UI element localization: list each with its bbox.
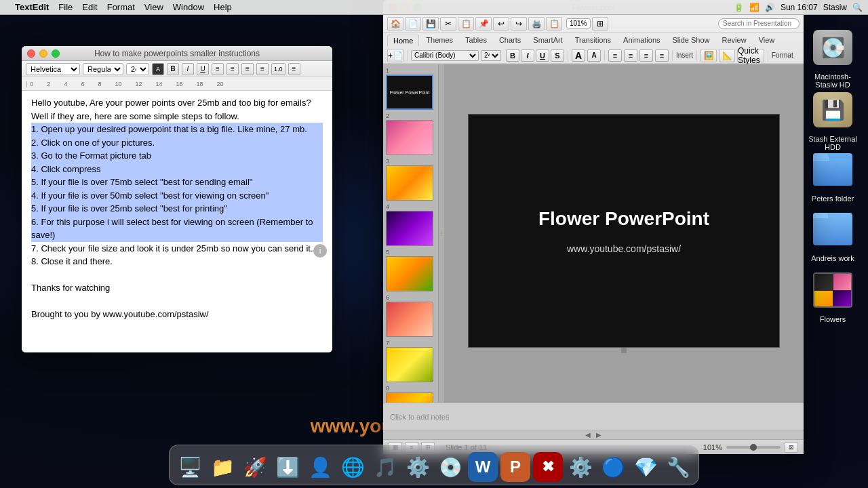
arrange-btn[interactable]: 📐 (719, 49, 735, 62)
slide-thumb-5[interactable]: 5 (386, 249, 433, 291)
menu-file[interactable]: File (58, 2, 73, 12)
desktop-icon-macintosh-hd[interactable]: 💽 Macintosh- Stasiw HD (806, 26, 860, 89)
dock-dvd[interactable]: 💿 (435, 452, 465, 482)
font-size-select[interactable]: 24 (126, 63, 149, 75)
font-family-select[interactable]: Helvetica (26, 63, 80, 75)
tab-slideshow[interactable]: Slide Show (667, 35, 715, 45)
slide-thumb-6[interactable]: 6 (386, 294, 433, 337)
main-slide[interactable]: Flower PowerPoint www.youtube.com/pstasi… (468, 114, 780, 348)
resize-handle-bottom[interactable] (621, 348, 627, 353)
toolbar-btn-1[interactable]: 🏠 (387, 17, 403, 30)
slide-thumbnail-4[interactable] (386, 211, 433, 246)
slide-thumb-2[interactable]: 2 (386, 113, 433, 155)
app-menu-textedit[interactable]: TextEdit (15, 2, 49, 12)
ppt-underline-btn[interactable]: U (536, 49, 549, 62)
line-spacing-btn[interactable]: 1.0 (271, 63, 285, 75)
align-center-ppt[interactable]: ≡ (624, 49, 637, 62)
textedit-close-button[interactable] (27, 49, 35, 58)
tab-smartart[interactable]: SmartArt (528, 35, 568, 45)
slide-thumbnail-5[interactable] (386, 256, 433, 291)
justify-ppt[interactable]: ≡ (655, 49, 669, 62)
dock-ruby[interactable]: 💎 (631, 452, 660, 482)
panel-divider[interactable]: ⋮ (439, 64, 444, 403)
zoom-options[interactable]: ⊞ (592, 17, 608, 30)
toolbar-btn-3[interactable]: 💾 (422, 17, 439, 30)
desktop-icon-flowers[interactable]: Flowers (806, 268, 860, 324)
slide-thumbnail-8[interactable] (386, 392, 433, 403)
font-family-ppt-select[interactable]: Calibri (Body) (411, 50, 479, 61)
dock-launchpad[interactable]: 🚀 (240, 452, 270, 482)
scroll-right-arrow[interactable]: ▶ (596, 431, 601, 439)
toolbar-btn-6[interactable]: 📋 (546, 17, 562, 30)
desktop-icon-andreis-work[interactable]: Andreis work (806, 207, 860, 263)
underline-btn[interactable]: U (197, 63, 209, 75)
dock-powerpoint[interactable]: P (500, 452, 530, 482)
slide-thumb-4[interactable]: 4 (386, 203, 433, 246)
spotlight-icon[interactable]: 🔍 (852, 3, 863, 12)
tab-home[interactable]: Home (387, 35, 419, 46)
desktop-icon-peters-folder[interactable]: Peters folder (806, 148, 860, 203)
font-size-decrease[interactable]: A (572, 49, 585, 62)
ppt-bold-btn[interactable]: B (506, 49, 519, 62)
dock-itunes[interactable]: 🎵 (370, 452, 400, 482)
dock-finder[interactable]: 🖥️ (175, 452, 205, 482)
desktop-icon-stash-hd[interactable]: 💾 Stash External HDD (806, 88, 860, 152)
menu-window[interactable]: Window (173, 2, 204, 12)
scroll-left-arrow[interactable]: ◀ (585, 431, 591, 439)
menu-help[interactable]: Help (214, 2, 232, 12)
font-size-increase[interactable]: A (587, 49, 601, 62)
tab-review[interactable]: Review (717, 35, 752, 45)
align-left-ppt[interactable]: ≡ (608, 49, 622, 62)
fit-window-btn[interactable]: ⊠ (785, 442, 798, 453)
ppt-italic-btn[interactable]: I (521, 49, 534, 62)
slide-thumbnail-7[interactable] (386, 347, 433, 382)
menu-format[interactable]: Format (107, 2, 135, 12)
slide-thumbnail-2[interactable] (386, 120, 433, 155)
align-right-btn[interactable]: ≡ (241, 63, 254, 75)
slide-thumb-3[interactable]: 3 (386, 158, 433, 201)
font-style-select[interactable]: Regular (83, 63, 123, 75)
dock-colormatcher[interactable]: 🔵 (598, 452, 628, 482)
slide-thumb-1[interactable]: 1 Flower PowerPoint (386, 67, 433, 110)
dock-word[interactable]: W (468, 452, 498, 482)
dock-folder[interactable]: 📁 (208, 452, 237, 482)
toolbar-btn-paste[interactable]: 📌 (475, 17, 492, 30)
dock-contacts[interactable]: 👤 (305, 452, 335, 482)
tab-tables[interactable]: Tables (460, 35, 492, 45)
slide-thumbnail-6[interactable] (386, 302, 433, 337)
textedit-maximize-button[interactable] (52, 49, 60, 58)
tab-charts[interactable]: Charts (494, 35, 526, 45)
textedit-minimize-button[interactable] (39, 49, 47, 58)
notes-area[interactable]: Click to add notes (383, 403, 804, 430)
toolbar-btn-copy[interactable]: 📋 (458, 17, 474, 30)
dock-safari[interactable]: 🌐 (338, 452, 368, 482)
zoom-slider[interactable] (726, 446, 781, 449)
slide-thumb-7[interactable]: 7 (386, 340, 433, 382)
slide-thumbnail-1[interactable]: Flower PowerPoint (386, 75, 433, 110)
menu-view[interactable]: View (144, 2, 163, 12)
dock-extra1[interactable]: 🔧 (663, 452, 693, 482)
dock-appstore[interactable]: ⬇️ (273, 452, 302, 482)
toolbar-btn-cut[interactable]: ✂ (440, 17, 456, 30)
toolbar-undo[interactable]: ↩ (493, 17, 509, 30)
ppt-search-input[interactable] (718, 18, 800, 29)
italic-btn[interactable]: I (182, 63, 194, 75)
tab-view[interactable]: View (753, 35, 781, 45)
justify-btn[interactable]: ≡ (256, 63, 269, 75)
font-color-btn[interactable]: A (152, 63, 164, 75)
toolbar-btn-2[interactable]: 📄 (405, 17, 421, 30)
info-button[interactable]: i (313, 244, 327, 258)
menu-edit[interactable]: Edit (82, 2, 97, 12)
slide-panel[interactable]: 1 Flower PowerPoint 2 3 4 5 (383, 64, 439, 403)
textedit-content-area[interactable]: Hello youtube, Are your power points ove… (22, 91, 332, 352)
font-size-ppt-select[interactable]: 24 (481, 50, 501, 61)
zoom-thumb[interactable] (750, 444, 757, 451)
toolbar-redo[interactable]: ↪ (511, 17, 527, 30)
align-left-btn[interactable]: ≡ (212, 63, 224, 75)
bold-btn[interactable]: B (167, 63, 179, 75)
tab-themes[interactable]: Themes (420, 35, 458, 45)
dock-x[interactable]: ✖ (533, 452, 563, 482)
quick-styles-btn[interactable]: Quick Styles (737, 49, 764, 62)
zoom-control[interactable]: 101% (566, 18, 591, 28)
align-right-ppt[interactable]: ≡ (639, 49, 653, 62)
